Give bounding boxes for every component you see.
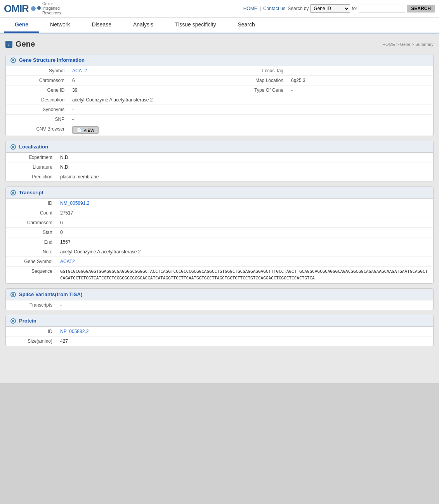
table-row: Note acetyl-Coenzyme A acetyltransferase…	[6, 247, 433, 257]
protein-section: Protein ID NP_005882.2 Size(amino) 427	[5, 315, 434, 346]
table-row: Symbol ACAT2 Locus Tag -	[6, 66, 433, 76]
protein-size-label: Size(amino)	[6, 337, 56, 346]
search-bar: Search by Gene ID Gene Symbol Gene Name …	[288, 4, 435, 13]
table-row: Prediction plasma membrane	[6, 172, 433, 182]
search-by-select[interactable]: Gene ID Gene Symbol Gene Name	[310, 4, 350, 13]
cnv-browser-value: 📄 VIEW	[68, 124, 433, 136]
count-label: Count	[6, 208, 56, 218]
content: i Gene HOME > Gene > Summary Gene Struct…	[0, 33, 439, 383]
table-row: Gene Symbol ACAT2	[6, 257, 433, 267]
gene-structure-title: Gene Structure Information	[19, 57, 85, 63]
gene-id-label: Gene ID	[6, 85, 68, 95]
table-row: Count 27517	[6, 208, 433, 218]
search-input[interactable]	[359, 5, 405, 12]
logo-icons	[31, 6, 41, 11]
page-title-icon: i	[5, 41, 12, 48]
gene-structure-section: Gene Structure Information Symbol ACAT2 …	[5, 54, 434, 136]
splice-variants-toggle[interactable]	[10, 292, 16, 297]
table-row: Chromosom 6 Map Location 6q25.3	[6, 76, 433, 85]
navbar: Gene Network Disease Analysis Tissue spe…	[0, 17, 439, 33]
transcript-id-label: ID	[6, 199, 56, 208]
splice-variants-title: Splice Variants(from TISA)	[19, 291, 82, 297]
transcript-section: Transcript ID NM_005891.2 Count 27517 Ch…	[5, 187, 434, 284]
type-of-gene-label: Type Of Gene	[225, 85, 287, 95]
nav-item-disease[interactable]: Disease	[81, 17, 122, 33]
protein-id-link[interactable]: NP_005882.2	[60, 329, 88, 334]
sequence-block: GGTGCGCGGGGAGGTGGAGGGCGAGGGGCGGGGCTACCTC…	[60, 269, 429, 281]
description-label: Description	[6, 95, 68, 105]
search-button[interactable]: SEARCH	[407, 5, 435, 12]
cnv-browser-label: CNV Browser	[6, 124, 68, 136]
prediction-label: Prediction	[6, 172, 56, 182]
table-row: Gene ID 39 Type Of Gene -	[6, 85, 433, 95]
gene-structure-toggle[interactable]	[10, 58, 16, 63]
view-icon: 📄	[76, 127, 82, 133]
gene-symbol-value: ACAT2	[56, 257, 433, 267]
type-of-gene-value: -	[287, 85, 433, 95]
nav-item-network[interactable]: Network	[39, 17, 81, 33]
nav-item-gene[interactable]: Gene	[4, 17, 39, 33]
locus-tag-value: -	[287, 66, 433, 76]
protein-title: Protein	[19, 318, 36, 324]
protein-toggle[interactable]	[10, 318, 16, 324]
literature-value: N.D.	[56, 162, 433, 172]
view-button-label: VIEW	[83, 128, 94, 133]
protein-id-label: ID	[6, 327, 56, 337]
page-title: Gene	[16, 40, 35, 49]
topbar: OMIR Omics Integrated Resources HOME | C…	[0, 0, 439, 17]
experiment-value: N.D.	[56, 153, 433, 162]
view-button[interactable]: 📄 VIEW	[72, 126, 99, 134]
page-title-left: i Gene	[5, 40, 35, 49]
chromosom-label: Chromosom	[6, 76, 68, 85]
start-value: 0	[56, 228, 433, 237]
logo-area: OMIR Omics Integrated Resources	[4, 2, 61, 16]
transcript-header: Transcript	[6, 187, 433, 199]
map-location-value: 6q25.3	[287, 76, 433, 85]
table-row: ID NP_005882.2	[6, 327, 433, 337]
table-row: ID NM_005891.2	[6, 199, 433, 208]
table-row: Start 0	[6, 228, 433, 237]
topbar-right: HOME | Contact us Search by Gene ID Gene…	[243, 4, 435, 13]
table-row: Description acetyl-Coenzyme A acetyltran…	[6, 95, 433, 105]
table-row: Experiment N.D.	[6, 153, 433, 162]
locus-tag-label: Locus Tag	[225, 66, 287, 76]
splice-variants-table: Transcripts -	[6, 300, 433, 310]
home-link[interactable]: HOME	[243, 6, 257, 11]
protein-id-value: NP_005882.2	[56, 327, 433, 337]
splice-variants-header: Splice Variants(from TISA)	[6, 289, 433, 300]
gene-structure-header: Gene Structure Information	[6, 54, 433, 66]
protein-table: ID NP_005882.2 Size(amino) 427	[6, 327, 433, 346]
sequence-value: GGTGCGCGGGGAGGTGGAGGGCGAGGGGCGGGGCTACCTC…	[56, 267, 433, 284]
nav-item-search[interactable]: Search	[227, 17, 265, 33]
logo-sub: Omics Integrated Resources	[42, 2, 61, 16]
prediction-value: plasma membrane	[56, 172, 433, 182]
localization-table: Experiment N.D. Literature N.D. Predicti…	[6, 153, 433, 181]
nav-item-tissue-specificity[interactable]: Tissue specificity	[164, 17, 227, 33]
chromosom-value: 6	[68, 76, 214, 85]
description-value: acetyl-Coenzyme A acetyltransferase 2	[68, 95, 433, 105]
end-value: 1567	[56, 237, 433, 247]
symbol-link[interactable]: ACAT2	[72, 68, 87, 73]
logo-circle-2	[37, 6, 41, 10]
transcript-id-link[interactable]: NM_005891.2	[60, 201, 89, 206]
logo-circle-1	[31, 6, 36, 11]
sequence-label: Sequence	[6, 267, 56, 284]
localization-section: Localization Experiment N.D. Literature …	[5, 141, 434, 182]
search-for-label: for	[352, 6, 357, 11]
symbol-value: ACAT2	[68, 66, 214, 76]
gene-symbol-link[interactable]: ACAT2	[60, 259, 75, 264]
experiment-label: Experiment	[6, 153, 56, 162]
localization-header: Localization	[6, 141, 433, 153]
localization-toggle[interactable]	[10, 144, 16, 150]
table-row: Synonyms -	[6, 105, 433, 115]
transcript-chromosom-label: Chromosom	[6, 218, 56, 228]
localization-title: Localization	[19, 144, 48, 150]
symbol-label: Symbol	[6, 66, 68, 76]
contact-link[interactable]: Contact us	[263, 6, 285, 11]
transcript-title: Transcript	[19, 190, 43, 195]
logo-text: OMIR	[4, 3, 29, 15]
note-label: Note	[6, 247, 56, 257]
table-row: Transcripts -	[6, 300, 433, 310]
nav-item-analysis[interactable]: Analysis	[122, 17, 164, 33]
transcript-toggle[interactable]	[10, 190, 16, 195]
